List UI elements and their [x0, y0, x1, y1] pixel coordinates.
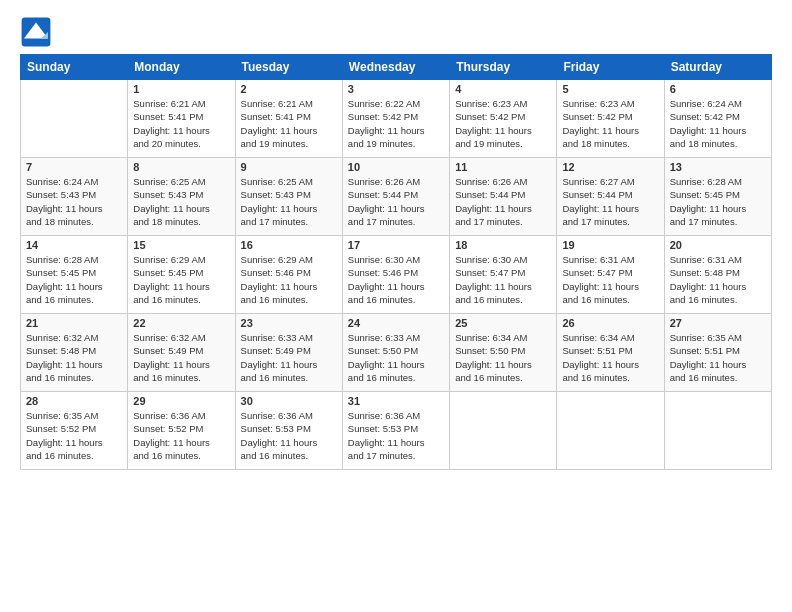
- day-info: Sunrise: 6:22 AM Sunset: 5:42 PM Dayligh…: [348, 97, 444, 150]
- weekday-header-wednesday: Wednesday: [342, 55, 449, 80]
- calendar-cell: 24Sunrise: 6:33 AM Sunset: 5:50 PM Dayli…: [342, 314, 449, 392]
- day-info: Sunrise: 6:23 AM Sunset: 5:42 PM Dayligh…: [455, 97, 551, 150]
- calendar-week-row: 21Sunrise: 6:32 AM Sunset: 5:48 PM Dayli…: [21, 314, 772, 392]
- day-number: 8: [133, 161, 229, 173]
- day-number: 5: [562, 83, 658, 95]
- day-info: Sunrise: 6:36 AM Sunset: 5:53 PM Dayligh…: [241, 409, 337, 462]
- day-number: 1: [133, 83, 229, 95]
- day-info: Sunrise: 6:25 AM Sunset: 5:43 PM Dayligh…: [133, 175, 229, 228]
- weekday-header-sunday: Sunday: [21, 55, 128, 80]
- day-info: Sunrise: 6:31 AM Sunset: 5:47 PM Dayligh…: [562, 253, 658, 306]
- calendar-cell: 10Sunrise: 6:26 AM Sunset: 5:44 PM Dayli…: [342, 158, 449, 236]
- calendar-cell: 26Sunrise: 6:34 AM Sunset: 5:51 PM Dayli…: [557, 314, 664, 392]
- calendar-cell: 8Sunrise: 6:25 AM Sunset: 5:43 PM Daylig…: [128, 158, 235, 236]
- calendar-cell: [664, 392, 771, 470]
- calendar-week-row: 14Sunrise: 6:28 AM Sunset: 5:45 PM Dayli…: [21, 236, 772, 314]
- day-info: Sunrise: 6:21 AM Sunset: 5:41 PM Dayligh…: [241, 97, 337, 150]
- day-info: Sunrise: 6:34 AM Sunset: 5:50 PM Dayligh…: [455, 331, 551, 384]
- calendar-week-row: 1Sunrise: 6:21 AM Sunset: 5:41 PM Daylig…: [21, 80, 772, 158]
- day-number: 9: [241, 161, 337, 173]
- calendar-cell: 13Sunrise: 6:28 AM Sunset: 5:45 PM Dayli…: [664, 158, 771, 236]
- day-info: Sunrise: 6:33 AM Sunset: 5:50 PM Dayligh…: [348, 331, 444, 384]
- calendar-cell: 29Sunrise: 6:36 AM Sunset: 5:52 PM Dayli…: [128, 392, 235, 470]
- calendar-cell: 12Sunrise: 6:27 AM Sunset: 5:44 PM Dayli…: [557, 158, 664, 236]
- day-info: Sunrise: 6:33 AM Sunset: 5:49 PM Dayligh…: [241, 331, 337, 384]
- day-number: 23: [241, 317, 337, 329]
- header: [20, 16, 772, 48]
- weekday-header-saturday: Saturday: [664, 55, 771, 80]
- day-number: 25: [455, 317, 551, 329]
- calendar-cell: 6Sunrise: 6:24 AM Sunset: 5:42 PM Daylig…: [664, 80, 771, 158]
- day-info: Sunrise: 6:26 AM Sunset: 5:44 PM Dayligh…: [348, 175, 444, 228]
- calendar-cell: 4Sunrise: 6:23 AM Sunset: 5:42 PM Daylig…: [450, 80, 557, 158]
- day-number: 31: [348, 395, 444, 407]
- calendar-cell: 1Sunrise: 6:21 AM Sunset: 5:41 PM Daylig…: [128, 80, 235, 158]
- day-number: 29: [133, 395, 229, 407]
- day-info: Sunrise: 6:23 AM Sunset: 5:42 PM Dayligh…: [562, 97, 658, 150]
- weekday-header-monday: Monday: [128, 55, 235, 80]
- day-number: 27: [670, 317, 766, 329]
- day-info: Sunrise: 6:30 AM Sunset: 5:47 PM Dayligh…: [455, 253, 551, 306]
- calendar-cell: 3Sunrise: 6:22 AM Sunset: 5:42 PM Daylig…: [342, 80, 449, 158]
- calendar-cell: 20Sunrise: 6:31 AM Sunset: 5:48 PM Dayli…: [664, 236, 771, 314]
- calendar-cell: 21Sunrise: 6:32 AM Sunset: 5:48 PM Dayli…: [21, 314, 128, 392]
- day-number: 3: [348, 83, 444, 95]
- day-info: Sunrise: 6:24 AM Sunset: 5:43 PM Dayligh…: [26, 175, 122, 228]
- calendar-cell: [21, 80, 128, 158]
- day-info: Sunrise: 6:35 AM Sunset: 5:51 PM Dayligh…: [670, 331, 766, 384]
- day-info: Sunrise: 6:36 AM Sunset: 5:52 PM Dayligh…: [133, 409, 229, 462]
- day-number: 20: [670, 239, 766, 251]
- weekday-header-thursday: Thursday: [450, 55, 557, 80]
- calendar-cell: 18Sunrise: 6:30 AM Sunset: 5:47 PM Dayli…: [450, 236, 557, 314]
- calendar-cell: 28Sunrise: 6:35 AM Sunset: 5:52 PM Dayli…: [21, 392, 128, 470]
- day-info: Sunrise: 6:36 AM Sunset: 5:53 PM Dayligh…: [348, 409, 444, 462]
- day-info: Sunrise: 6:32 AM Sunset: 5:48 PM Dayligh…: [26, 331, 122, 384]
- weekday-header-tuesday: Tuesday: [235, 55, 342, 80]
- day-number: 7: [26, 161, 122, 173]
- day-number: 18: [455, 239, 551, 251]
- calendar-table: SundayMondayTuesdayWednesdayThursdayFrid…: [20, 54, 772, 470]
- day-number: 22: [133, 317, 229, 329]
- day-info: Sunrise: 6:21 AM Sunset: 5:41 PM Dayligh…: [133, 97, 229, 150]
- day-info: Sunrise: 6:29 AM Sunset: 5:46 PM Dayligh…: [241, 253, 337, 306]
- calendar-cell: 5Sunrise: 6:23 AM Sunset: 5:42 PM Daylig…: [557, 80, 664, 158]
- day-number: 12: [562, 161, 658, 173]
- weekday-header-row: SundayMondayTuesdayWednesdayThursdayFrid…: [21, 55, 772, 80]
- day-number: 6: [670, 83, 766, 95]
- calendar-cell: [557, 392, 664, 470]
- day-number: 10: [348, 161, 444, 173]
- day-number: 2: [241, 83, 337, 95]
- day-info: Sunrise: 6:25 AM Sunset: 5:43 PM Dayligh…: [241, 175, 337, 228]
- calendar-cell: 9Sunrise: 6:25 AM Sunset: 5:43 PM Daylig…: [235, 158, 342, 236]
- logo-icon: [20, 16, 52, 48]
- day-number: 4: [455, 83, 551, 95]
- day-info: Sunrise: 6:28 AM Sunset: 5:45 PM Dayligh…: [26, 253, 122, 306]
- day-info: Sunrise: 6:31 AM Sunset: 5:48 PM Dayligh…: [670, 253, 766, 306]
- day-info: Sunrise: 6:28 AM Sunset: 5:45 PM Dayligh…: [670, 175, 766, 228]
- calendar-cell: 16Sunrise: 6:29 AM Sunset: 5:46 PM Dayli…: [235, 236, 342, 314]
- calendar-cell: 2Sunrise: 6:21 AM Sunset: 5:41 PM Daylig…: [235, 80, 342, 158]
- calendar-week-row: 7Sunrise: 6:24 AM Sunset: 5:43 PM Daylig…: [21, 158, 772, 236]
- calendar-cell: 25Sunrise: 6:34 AM Sunset: 5:50 PM Dayli…: [450, 314, 557, 392]
- day-number: 16: [241, 239, 337, 251]
- calendar-week-row: 28Sunrise: 6:35 AM Sunset: 5:52 PM Dayli…: [21, 392, 772, 470]
- day-number: 24: [348, 317, 444, 329]
- day-number: 19: [562, 239, 658, 251]
- day-info: Sunrise: 6:34 AM Sunset: 5:51 PM Dayligh…: [562, 331, 658, 384]
- calendar-cell: 19Sunrise: 6:31 AM Sunset: 5:47 PM Dayli…: [557, 236, 664, 314]
- day-number: 28: [26, 395, 122, 407]
- day-number: 17: [348, 239, 444, 251]
- day-number: 14: [26, 239, 122, 251]
- day-info: Sunrise: 6:26 AM Sunset: 5:44 PM Dayligh…: [455, 175, 551, 228]
- calendar-cell: 23Sunrise: 6:33 AM Sunset: 5:49 PM Dayli…: [235, 314, 342, 392]
- day-info: Sunrise: 6:35 AM Sunset: 5:52 PM Dayligh…: [26, 409, 122, 462]
- calendar-cell: 7Sunrise: 6:24 AM Sunset: 5:43 PM Daylig…: [21, 158, 128, 236]
- day-info: Sunrise: 6:29 AM Sunset: 5:45 PM Dayligh…: [133, 253, 229, 306]
- day-info: Sunrise: 6:30 AM Sunset: 5:46 PM Dayligh…: [348, 253, 444, 306]
- day-number: 26: [562, 317, 658, 329]
- calendar-cell: 31Sunrise: 6:36 AM Sunset: 5:53 PM Dayli…: [342, 392, 449, 470]
- calendar-cell: [450, 392, 557, 470]
- calendar-cell: 11Sunrise: 6:26 AM Sunset: 5:44 PM Dayli…: [450, 158, 557, 236]
- day-number: 21: [26, 317, 122, 329]
- calendar-cell: 22Sunrise: 6:32 AM Sunset: 5:49 PM Dayli…: [128, 314, 235, 392]
